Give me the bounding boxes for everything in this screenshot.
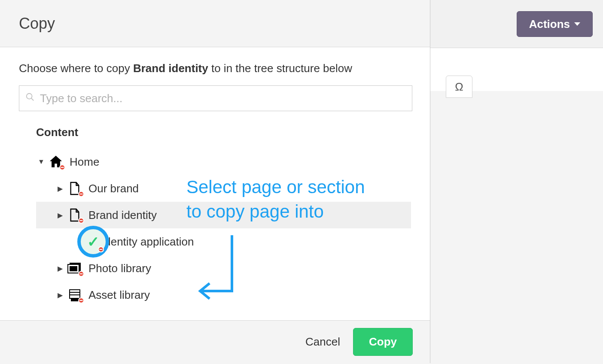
search-field[interactable] xyxy=(19,85,412,111)
caret-right-icon[interactable]: ▶ xyxy=(55,291,65,299)
modal-title: Copy xyxy=(19,15,55,33)
omega-icon: Ω xyxy=(455,80,463,94)
photo-stack-icon xyxy=(67,261,82,276)
tree-item-label: Asset library xyxy=(88,288,150,302)
chevron-down-icon xyxy=(574,22,580,26)
annotation-callout: Select page or section to copy page into xyxy=(186,175,365,224)
copy-prompt: Choose where to copy Brand identity to i… xyxy=(19,62,411,75)
actions-label: Actions xyxy=(529,18,570,31)
home-icon xyxy=(48,154,64,170)
status-badge-icon xyxy=(98,246,104,252)
svg-line-1 xyxy=(31,98,34,101)
status-badge-icon xyxy=(78,297,84,303)
tree-root-label: Home xyxy=(70,155,99,169)
prompt-suffix: to in the tree structure below xyxy=(208,62,352,75)
copy-button[interactable]: Copy xyxy=(353,328,413,356)
omega-button[interactable]: Ω xyxy=(446,76,472,98)
svg-point-0 xyxy=(27,94,32,99)
search-icon xyxy=(25,92,35,104)
svg-rect-8 xyxy=(71,299,78,301)
status-badge-icon xyxy=(78,191,84,197)
tree-item-label: Photo library xyxy=(88,262,151,275)
caret-right-icon[interactable]: ▶ xyxy=(55,264,65,273)
tree-header: Content xyxy=(36,126,411,139)
svg-rect-4 xyxy=(70,266,77,271)
svg-rect-5 xyxy=(70,290,80,298)
tree-root-home[interactable]: ▼ Home xyxy=(36,149,411,175)
status-badge-icon xyxy=(78,218,84,224)
modal-footer: Cancel Copy xyxy=(0,320,430,363)
copy-modal: Copy Choose where to copy Brand identity… xyxy=(0,0,430,363)
tree-item-label: Our brand xyxy=(88,182,139,195)
tree-item-label: Brand identity xyxy=(88,209,157,222)
asset-icon xyxy=(67,287,82,303)
checkmark-icon: ✓ xyxy=(87,233,99,250)
caret-down-icon[interactable]: ▼ xyxy=(36,158,46,166)
caret-right-icon[interactable]: ▶ xyxy=(55,185,65,193)
page-icon xyxy=(67,207,82,223)
status-badge-icon xyxy=(59,164,65,170)
annotation-arrow-icon xyxy=(198,235,249,308)
selection-indicator-icon: ✓ xyxy=(77,226,109,258)
prompt-bold: Brand identity xyxy=(133,62,208,75)
search-input[interactable] xyxy=(40,92,406,105)
modal-header: Copy xyxy=(0,0,430,47)
caret-right-icon[interactable]: ▶ xyxy=(55,211,65,219)
modal-body: Choose where to copy Brand identity to i… xyxy=(0,47,430,320)
cancel-button[interactable]: Cancel xyxy=(305,335,340,349)
annotation-line-1: Select page or section xyxy=(186,175,365,200)
page-icon xyxy=(67,181,82,196)
prompt-prefix: Choose where to copy xyxy=(19,62,133,75)
status-badge-icon xyxy=(78,271,84,277)
actions-button[interactable]: Actions xyxy=(517,11,593,37)
tree-item-label: Identity application xyxy=(101,235,194,249)
annotation-line-2: to copy page into xyxy=(186,200,365,224)
